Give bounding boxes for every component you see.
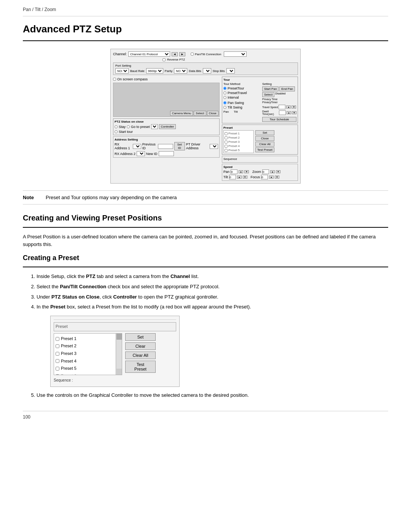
travel-speed-up[interactable]: ▲ <box>286 105 291 109</box>
stay-label: Stay <box>119 125 126 129</box>
step-1-bold-1: PTZ <box>86 273 96 279</box>
close-btn-gui[interactable]: Close <box>255 136 274 141</box>
reverse-ptz-checkbox[interactable] <box>162 58 166 61</box>
preset-1-cb[interactable] <box>56 337 59 341</box>
focus-input[interactable] <box>261 175 268 179</box>
preset-list-item-2: Preset 2 <box>56 342 115 350</box>
end-pan-btn[interactable]: End Pan <box>279 86 295 91</box>
pan-speed-up[interactable]: ▲ <box>239 170 243 173</box>
preset-tour-radio[interactable] <box>223 87 226 90</box>
set-button[interactable]: Set <box>125 333 156 341</box>
focus-down[interactable]: ▼ <box>275 176 279 179</box>
travel-speed-input[interactable] <box>279 105 285 109</box>
preset-travel-label: PresetTravel <box>228 91 247 95</box>
parity-select[interactable]: NONE <box>174 68 187 73</box>
preset-box-container: Preset Preset 1 Preset 2 <box>50 316 388 387</box>
preset-buttons-col: Set Clear Clear All Test Preset <box>125 333 156 375</box>
preset-box-inner: Preset 1 Preset 2 Preset 3 <box>54 333 176 375</box>
dwell-time-input[interactable] <box>279 110 286 115</box>
tilt-speed-up[interactable]: ▲ <box>237 176 242 179</box>
test-preset-button[interactable]: Test Preset <box>125 361 156 373</box>
sequence-label-gui: Sequence <box>223 157 237 161</box>
go-to-preset-radio[interactable] <box>127 125 130 128</box>
pan-tilt-connection-checkbox[interactable] <box>191 53 194 56</box>
note-text: Preset and Tour options may vary dependi… <box>46 195 177 200</box>
preset-5-check-gui[interactable] <box>225 149 228 152</box>
preset-list-item-6: Preset 6 <box>56 372 115 375</box>
preset-list-scroll[interactable]: Preset 1 Preset 2 Preset 3 <box>54 333 122 375</box>
focus-up[interactable]: ▲ <box>269 176 274 179</box>
reverse-ptz-label: Reverse PTZ <box>167 58 185 61</box>
pan-swing-radio[interactable] <box>223 101 226 104</box>
address-setting-label: Address Setting <box>115 138 218 141</box>
preset-4-check-gui[interactable] <box>225 145 228 148</box>
none-select[interactable]: NONE <box>115 68 129 73</box>
rx-address1-label: RX Address 1 <box>115 142 132 150</box>
tilt-speed-input[interactable] <box>229 175 236 179</box>
zoom-up[interactable]: ▲ <box>270 170 275 173</box>
preset-2-cb[interactable] <box>56 344 59 348</box>
previous-id-input[interactable] <box>158 144 173 149</box>
channel-select[interactable]: Channel 01 Protocol <box>128 51 170 57</box>
travel-speed-down[interactable]: ▼ <box>292 105 296 109</box>
tilt-swing-radio[interactable] <box>223 106 226 109</box>
preset-2-check-gui[interactable] <box>225 136 228 139</box>
preset-3-cb[interactable] <box>56 352 59 356</box>
select-btn[interactable]: Select <box>194 111 206 116</box>
interval-radio[interactable] <box>223 96 226 99</box>
camera-menu-btn[interactable]: Camera Menu <box>170 111 193 116</box>
preset-5-cb[interactable] <box>56 367 59 371</box>
start-tour-radio[interactable] <box>115 130 118 133</box>
close-preview-btn[interactable]: Close <box>207 111 218 116</box>
select-tour-btn[interactable]: Select <box>262 92 274 97</box>
preset-scrollbar-bottom[interactable] <box>116 369 122 375</box>
pan-tilt-connection-label: Pan/Tilt Connection <box>195 53 221 56</box>
preset-scrollbar[interactable] <box>116 334 122 375</box>
test-preset-btn-gui[interactable]: Test Preset <box>255 147 274 152</box>
pt-driver-address-select[interactable]: 1 <box>210 144 218 149</box>
clear-all-btn-gui[interactable]: Clear All <box>255 142 274 147</box>
interval-row: Interval <box>223 96 261 99</box>
clear-button[interactable]: Clear <box>125 342 156 350</box>
dwell-up[interactable]: ▲ <box>287 111 291 114</box>
preset-1-check-gui[interactable] <box>225 132 228 135</box>
dwell-time-label: Dwell Time(sec) <box>262 110 278 115</box>
preset-travel-radio[interactable] <box>223 91 226 94</box>
clear-all-button[interactable]: Clear All <box>125 351 156 359</box>
stop-bits-select[interactable]: 1 <box>226 68 235 73</box>
go-to-preset-select[interactable]: 1 <box>151 124 158 129</box>
pan-speed-down[interactable]: ▼ <box>244 170 249 173</box>
breadcrumb: Pan / Tilt / Zoom <box>23 0 388 16</box>
rx-address1-select[interactable]: 01 <box>133 144 141 149</box>
preset-scrollbar-thumb[interactable] <box>116 334 122 340</box>
preset-4-cb[interactable] <box>56 359 59 363</box>
controller-btn[interactable]: Controller <box>159 124 176 129</box>
baud-rate-select[interactable]: 9600ps <box>146 68 163 73</box>
note-label: Note <box>23 195 41 200</box>
speed-area-gui: Speed Pan ▲ ▼ Zoom ▲ ▼ Tilt <box>222 164 298 181</box>
zoom-down[interactable]: ▼ <box>276 170 280 173</box>
preset-3-check-gui[interactable] <box>225 141 228 144</box>
set-btn-gui[interactable]: Set <box>255 130 274 135</box>
tilt-label-small: Tilt <box>234 110 237 113</box>
preset-box-illustration: Preset Preset 1 Preset 2 <box>50 316 180 387</box>
tour-schedule-btn[interactable]: Tour Schedule <box>262 117 296 122</box>
pan-speed-input[interactable] <box>231 169 237 174</box>
rx-address2-select[interactable]: 00 <box>137 151 145 156</box>
preset-list-item-3: Preset 3 <box>56 350 115 358</box>
pan-tilt-protocol-select[interactable] <box>224 51 247 57</box>
channel-prev-btn[interactable]: ◄ <box>172 52 178 56</box>
stay-radio[interactable] <box>115 125 118 128</box>
data-bits-select[interactable]: 8 <box>203 68 211 73</box>
new-id-input[interactable] <box>159 151 174 156</box>
channel-next-btn[interactable]: ► <box>179 52 185 56</box>
zoom-input[interactable] <box>262 169 269 174</box>
preset-6-cb[interactable] <box>56 374 59 375</box>
tilt-speed-down[interactable]: ▼ <box>243 176 247 179</box>
set-id-btn[interactable]: Set ID <box>174 142 185 150</box>
dwell-down[interactable]: ▼ <box>292 111 296 114</box>
pan-swing-row: Pan Swing <box>223 101 261 105</box>
start-pan-btn[interactable]: Start Pan <box>262 86 279 91</box>
on-screen-compass-checkbox[interactable] <box>113 78 116 81</box>
travel-speed-label: Travel Speed <box>262 106 278 109</box>
